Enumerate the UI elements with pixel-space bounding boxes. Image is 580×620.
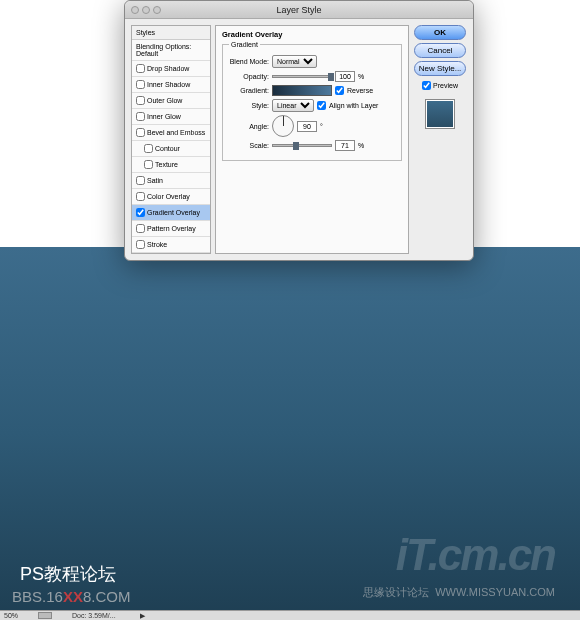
preview-label: Preview [433,82,458,89]
zoom-level: 50% [4,612,18,619]
style-checkbox[interactable] [136,240,145,249]
styles-list: Styles Blending Options: Default Drop Sh… [131,25,211,254]
style-label: Pattern Overlay [147,225,196,232]
style-label: Inner Glow [147,113,181,120]
style-label: Outer Glow [147,97,182,104]
style-checkbox[interactable] [136,192,145,201]
gradient-label: Gradient: [229,87,269,94]
style-label: Satin [147,177,163,184]
style-item-drop-shadow[interactable]: Drop Shadow [132,61,210,77]
watermark-sub: 思缘设计论坛 WWW.MISSYUAN.COM [363,585,555,600]
style-label: Gradient Overlay [147,209,200,216]
doc-size: Doc: 3.59M/... [72,612,116,619]
style-item-gradient-overlay[interactable]: Gradient Overlay [132,205,210,221]
gradient-legend: Gradient [229,41,260,48]
style-label: Bevel and Emboss [147,129,205,136]
blend-mode-select[interactable]: Normal [272,55,317,68]
dialog-title: Layer Style [276,5,321,15]
scale-slider[interactable] [272,144,332,147]
style-item-satin[interactable]: Satin [132,173,210,189]
style-item-stroke[interactable]: Stroke [132,237,210,253]
status-bar: 50% Doc: 3.59M/... ▶ [0,610,580,620]
style-label: Style: [229,102,269,109]
style-item-contour[interactable]: Contour [132,141,210,157]
style-checkbox[interactable] [136,128,145,137]
style-select[interactable]: Linear [272,99,314,112]
style-item-texture[interactable]: Texture [132,157,210,173]
style-label: Texture [155,161,178,168]
reverse-label: Reverse [347,87,373,94]
align-label: Align with Layer [329,102,378,109]
style-label: Stroke [147,241,167,248]
style-checkbox[interactable] [136,112,145,121]
style-checkbox[interactable] [136,80,145,89]
scale-label: Scale: [229,142,269,149]
new-style-button[interactable]: New Style... [414,61,466,76]
dialog-buttons: OK Cancel New Style... Preview [413,25,467,254]
style-label: Inner Shadow [147,81,190,88]
style-item-inner-glow[interactable]: Inner Glow [132,109,210,125]
style-label: Drop Shadow [147,65,189,72]
style-checkbox[interactable] [136,64,145,73]
opacity-input[interactable] [335,71,355,82]
style-label: Contour [155,145,180,152]
blending-options[interactable]: Blending Options: Default [132,40,210,61]
style-checkbox[interactable] [144,160,153,169]
angle-label: Angle: [229,123,269,130]
angle-input[interactable] [297,121,317,132]
layer-style-dialog: Layer Style Styles Blending Options: Def… [124,0,474,261]
watermark-left-cn: PS教程论坛 [20,562,116,586]
style-checkbox[interactable] [136,176,145,185]
scale-input[interactable] [335,140,355,151]
watermark-left-bbs: BBS.16XX8.COM [12,588,130,605]
reverse-checkbox[interactable] [335,86,344,95]
style-item-bevel-and-emboss[interactable]: Bevel and Emboss [132,125,210,141]
gradient-picker[interactable] [272,85,332,96]
opacity-label: Opacity: [229,73,269,80]
gradient-overlay-settings: Gradient Overlay Gradient Blend Mode: No… [215,25,409,254]
preview-swatch [425,99,455,129]
angle-dial[interactable] [272,115,294,137]
style-item-inner-shadow[interactable]: Inner Shadow [132,77,210,93]
styles-header[interactable]: Styles [132,26,210,40]
watermark-logo: iT.cm.cn [396,530,555,580]
style-item-outer-glow[interactable]: Outer Glow [132,93,210,109]
style-item-pattern-overlay[interactable]: Pattern Overlay [132,221,210,237]
titlebar[interactable]: Layer Style [125,1,473,19]
style-checkbox[interactable] [144,144,153,153]
opacity-slider[interactable] [272,75,332,78]
style-checkbox[interactable] [136,224,145,233]
style-checkbox[interactable] [136,208,145,217]
align-checkbox[interactable] [317,101,326,110]
settings-title: Gradient Overlay [222,30,402,39]
style-item-color-overlay[interactable]: Color Overlay [132,189,210,205]
style-label: Color Overlay [147,193,190,200]
blend-mode-label: Blend Mode: [229,58,269,65]
style-checkbox[interactable] [136,96,145,105]
traffic-lights[interactable] [131,6,161,14]
scroll-handle[interactable] [38,612,52,619]
cancel-button[interactable]: Cancel [414,43,466,58]
preview-checkbox[interactable] [422,81,431,90]
ok-button[interactable]: OK [414,25,466,40]
